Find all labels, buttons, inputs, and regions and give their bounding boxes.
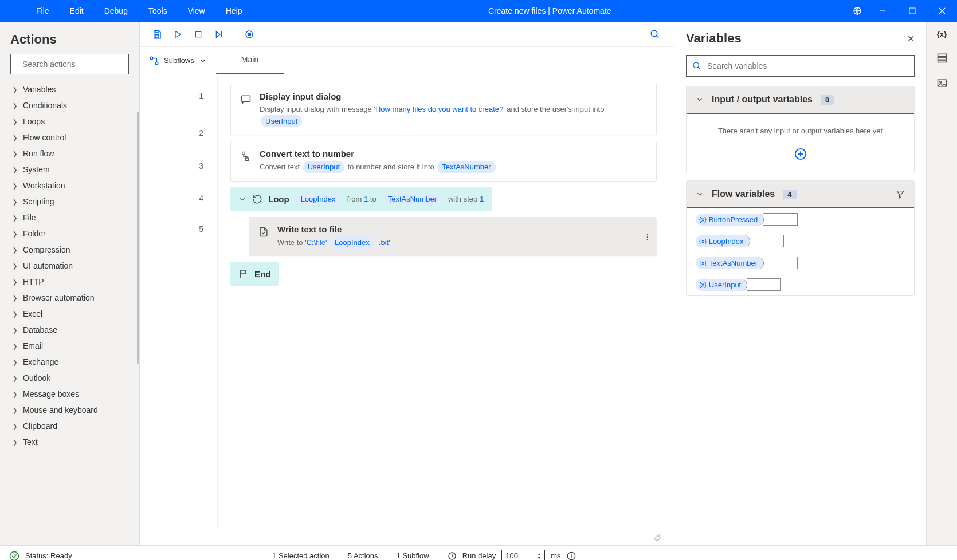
action-category[interactable]: ❯Conditionals — [0, 97, 139, 113]
filter-icon[interactable] — [896, 190, 905, 199]
window-title: Create new files | Power Automate — [253, 6, 847, 15]
subflows-label: Subflows — [164, 56, 194, 65]
actions-search-input[interactable] — [22, 60, 123, 69]
status-text: Status: Ready — [25, 551, 72, 560]
svg-point-38 — [571, 554, 571, 554]
run-button[interactable] — [167, 24, 188, 45]
chevron-down-icon — [696, 190, 704, 198]
ui-elements-tab-icon[interactable] — [936, 52, 948, 64]
action-category[interactable]: ❯Database — [0, 322, 139, 338]
section-title: Input / output variables — [712, 94, 813, 105]
close-button[interactable] — [927, 0, 957, 22]
menu-edit[interactable]: Edit — [60, 0, 94, 22]
environment-badge[interactable] — [847, 6, 868, 15]
chevron-right-icon: ❯ — [13, 102, 17, 109]
svg-line-24 — [698, 67, 700, 69]
search-flow-button[interactable] — [642, 22, 667, 47]
flow-variable-row[interactable]: {x}TextAsNumber — [687, 252, 914, 274]
action-category[interactable]: ❯Outlook — [0, 370, 139, 386]
menu-tools[interactable]: Tools — [138, 0, 178, 22]
title-bar: File Edit Debug Tools View Help Create n… — [0, 0, 957, 22]
action-category[interactable]: ❯Compression — [0, 242, 139, 258]
chevron-right-icon: ❯ — [13, 215, 17, 221]
io-empty-message: There aren't any input or output variabl… — [687, 114, 914, 148]
images-tab-icon[interactable] — [936, 77, 948, 89]
menu-file[interactable]: File — [26, 0, 60, 22]
menu-debug[interactable]: Debug — [94, 0, 138, 22]
action-category[interactable]: ❯Email — [0, 338, 139, 354]
svg-rect-7 — [155, 30, 159, 33]
more-icon[interactable]: ⋮ — [644, 232, 651, 240]
svg-rect-19 — [242, 96, 250, 101]
scrollbar[interactable] — [137, 112, 139, 364]
chevron-right-icon: ❯ — [13, 151, 17, 157]
step-title: Write text to file — [277, 224, 390, 234]
record-button[interactable] — [239, 24, 260, 45]
chevron-right-icon: ❯ — [13, 263, 17, 269]
subflow-count: 1 Subflow — [397, 551, 429, 560]
flow-variable-row[interactable]: {x}ButtonPressed — [687, 208, 914, 230]
chevron-right-icon: ❯ — [13, 247, 17, 253]
io-variables-header[interactable]: Input / output variables 0 — [687, 86, 914, 114]
selected-count: 1 Selected action — [272, 551, 330, 560]
action-category[interactable]: ❯Browser automation — [0, 290, 139, 306]
actions-list[interactable]: ❯Variables ❯Conditionals ❯Loops ❯Flow co… — [0, 81, 139, 545]
step-display-input-dialog[interactable]: Display input dialog Display input dialo… — [230, 84, 657, 135]
flow-variable-row[interactable]: {x}UserInput — [687, 274, 914, 295]
action-category[interactable]: ❯Scripting — [0, 194, 139, 210]
variables-search-input[interactable] — [707, 61, 908, 70]
step-end[interactable]: End — [230, 262, 279, 286]
menu-help[interactable]: Help — [215, 0, 253, 22]
action-category[interactable]: ❯Variables — [0, 81, 139, 97]
actions-search[interactable] — [10, 54, 129, 74]
chevron-right-icon: ❯ — [13, 359, 17, 365]
status-bar: Status: Ready 1 Selected action 5 Action… — [0, 545, 957, 560]
variable-chip: LoopIndex — [296, 194, 340, 204]
chevron-right-icon: ❯ — [13, 135, 17, 141]
window-controls — [868, 0, 957, 22]
action-category[interactable]: ❯Workstation — [0, 178, 139, 194]
flow-variable-row[interactable]: {x}LoopIndex — [687, 230, 914, 252]
action-category[interactable]: ❯Run flow — [0, 145, 139, 161]
chevron-right-icon: ❯ — [13, 343, 17, 349]
stop-button[interactable] — [188, 24, 209, 45]
step-button[interactable] — [209, 24, 229, 45]
action-category[interactable]: ❯Folder — [0, 226, 139, 242]
action-category[interactable]: ❯Exchange — [0, 354, 139, 370]
flow-variables-header[interactable]: Flow variables 4 — [687, 181, 914, 208]
action-category[interactable]: ❯UI automation — [0, 258, 139, 274]
action-category[interactable]: ❯System — [0, 161, 139, 178]
action-category[interactable]: ❯Clipboard — [0, 418, 139, 434]
clock-icon — [448, 551, 457, 561]
action-category[interactable]: ❯HTTP — [0, 274, 139, 290]
flag-icon — [238, 269, 249, 279]
add-io-variable-button[interactable] — [687, 148, 914, 173]
subflows-button[interactable]: Subflows — [140, 47, 216, 74]
step-title: Display input dialog — [260, 92, 647, 101]
action-category[interactable]: ❯Excel — [0, 306, 139, 322]
menu-view[interactable]: View — [178, 0, 215, 22]
maximize-button[interactable] — [897, 0, 927, 22]
step-write-file[interactable]: Write text to file Write to 'C:\file' Lo… — [249, 217, 657, 257]
svg-marker-28 — [897, 191, 904, 198]
run-delay-input[interactable]: 100 ▲▼ — [501, 550, 545, 561]
tab-main[interactable]: Main — [216, 47, 284, 74]
chevron-right-icon: ❯ — [13, 391, 17, 397]
save-button[interactable] — [147, 24, 167, 45]
step-convert-text[interactable]: Convert text to number Convert text User… — [230, 141, 657, 182]
variables-tab-icon[interactable]: {x} — [937, 30, 947, 38]
step-loop[interactable]: Loop LoopIndex from 1 to TextAsNumber wi… — [230, 187, 492, 211]
variables-search[interactable] — [686, 55, 915, 77]
flow-steps[interactable]: Display input dialog Display input dialo… — [218, 74, 674, 528]
close-panel-button[interactable]: ✕ — [907, 33, 915, 44]
info-icon[interactable] — [567, 551, 576, 561]
minimize-button[interactable] — [868, 0, 897, 22]
action-category[interactable]: ❯Flow control — [0, 129, 139, 145]
chevron-right-icon: ❯ — [13, 311, 17, 317]
clear-icon[interactable] — [643, 528, 674, 545]
action-category[interactable]: ❯Mouse and keyboard — [0, 402, 139, 418]
action-category[interactable]: ❯File — [0, 210, 139, 226]
action-category[interactable]: ❯Message boxes — [0, 386, 139, 402]
action-category[interactable]: ❯Text — [0, 434, 139, 450]
action-category[interactable]: ❯Loops — [0, 113, 139, 129]
